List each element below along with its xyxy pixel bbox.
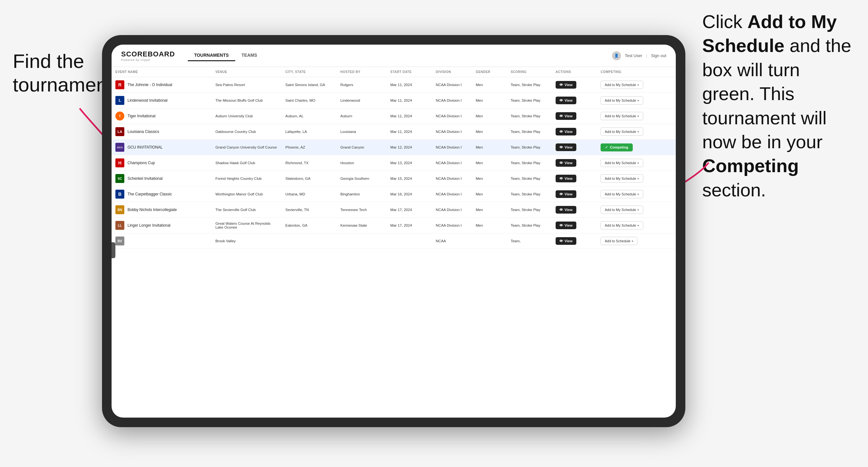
team-logo: L [115,96,124,105]
td-hosted-by: Houston [337,155,387,171]
td-hosted-by: Kennesaw State [337,218,387,234]
td-actions: 👁 View [552,218,597,234]
td-event-name: BV [112,234,212,249]
td-hosted-by: Binghamton [337,186,387,202]
team-logo: LL [115,221,124,230]
td-venue: Oakbourne Country Club [212,124,282,139]
td-event-name: T Tiger Invitational [112,108,212,124]
view-button[interactable]: 👁 View [556,206,576,214]
td-venue: Brook Valley [212,234,282,249]
event-name-cell: SC Schenkel Invitational [115,174,208,183]
table-row: GCU GCU INVITATIONAL Grand Canyon Univer… [112,139,676,155]
td-actions: 👁 View [552,124,597,139]
nav-teams[interactable]: TEAMS [235,50,264,61]
view-button[interactable]: 👁 View [556,159,576,167]
eye-icon: 👁 [559,208,563,212]
view-button[interactable]: 👁 View [556,128,576,135]
td-actions: 👁 View [552,202,597,218]
td-hosted-by: Georgia Southern [337,171,387,186]
td-gender: Men [472,155,506,171]
nav-links: TOURNAMENTS TEAMS [188,50,264,61]
td-scoring: Team, Stroke Play [507,171,552,186]
td-scoring: Team, Stroke Play [507,155,552,171]
td-start-date: Mar 11, 2024 [387,124,432,139]
sign-out-link[interactable]: Sign out [651,53,666,58]
td-division: NCAA Division I [432,171,472,186]
add-to-schedule-button[interactable]: Add to My Schedule + [600,127,643,136]
nav-tournaments[interactable]: TOURNAMENTS [188,50,235,61]
view-button[interactable]: 👁 View [556,81,576,89]
td-gender: Men [472,108,506,124]
td-division: NCAA Division I [432,202,472,218]
td-venue: Auburn University Club [212,108,282,124]
td-start-date: Mar 15, 2024 [387,171,432,186]
td-hosted-by: Auburn [337,108,387,124]
event-name-text: GCU INVITATIONAL [127,145,162,150]
td-competing: Add to My Schedule + [597,186,676,202]
user-name: Test User [625,53,642,58]
view-button[interactable]: 👁 View [556,112,576,120]
view-button[interactable]: 👁 View [556,237,576,245]
add-to-schedule-button[interactable]: Add to My Schedule + [600,112,643,120]
th-scoring: SCORING [507,67,552,77]
th-event-name: EVENT NAME [112,67,212,77]
td-actions: 👁 View [552,93,597,108]
event-name-cell: B The Carpetbagger Classic [115,190,208,198]
td-actions: 👁 View [552,139,597,155]
td-actions: 👁 View [552,155,597,171]
td-city-state: Auburn, AL [281,108,337,124]
event-name-text: Schenkel Invitational [127,176,162,181]
td-start-date: Mar 12, 2024 [387,139,432,155]
table-header-row: EVENT NAME VENUE CITY, STATE HOSTED BY S… [112,67,676,77]
td-venue: Grand Canyon University Golf Course [212,139,282,155]
eye-icon: 👁 [559,145,563,149]
td-division: NCAA Division I [432,124,472,139]
th-competing: COMPETING [597,67,676,77]
add-to-schedule-button[interactable]: Add to My Schedule + [600,159,643,167]
view-button[interactable]: 👁 View [556,97,576,104]
add-to-schedule-button[interactable]: Add to My Schedule + [600,96,643,104]
event-name-text: Lindenwood Invitational [127,98,167,103]
table-row: R The Johnnie - O Individual Sea Palms R… [112,77,676,93]
event-name-cell: LA Louisiana Classics [115,127,208,136]
td-city-state: Richmond, TX [281,155,337,171]
td-start-date: Mar 11, 2024 [387,77,432,93]
td-actions: 👁 View [552,108,597,124]
team-logo: R [115,80,124,89]
add-to-schedule-button[interactable]: Add to My Schedule + [600,175,643,183]
td-gender: Men [472,77,506,93]
td-venue: Worthington Manor Golf Club [212,186,282,202]
td-gender: Men [472,139,506,155]
view-button[interactable]: 👁 View [556,144,576,151]
table-body: R The Johnnie - O Individual Sea Palms R… [112,77,676,249]
add-to-schedule-button[interactable]: Add to Schedule + [600,237,638,245]
add-to-schedule-button[interactable]: Add to My Schedule + [600,221,643,229]
event-name-text: Tiger Invitational [127,114,156,118]
team-logo: SC [115,174,124,183]
table-row: T Tiger Invitational Auburn University C… [112,108,676,124]
eye-icon: 👁 [559,161,563,165]
td-competing: Competing [597,139,676,155]
td-scoring: Team, [507,234,552,249]
table-row: LA Louisiana Classics Oakbourne Country … [112,124,676,139]
add-to-schedule-button[interactable]: Add to My Schedule + [600,81,643,89]
td-start-date: Mar 17, 2024 [387,202,432,218]
event-name-text: Champions Cup [127,161,155,165]
event-name-text: The Carpetbagger Classic [127,192,172,196]
eye-icon: 👁 [559,239,563,243]
add-to-schedule-button[interactable]: Add to My Schedule + [600,206,643,214]
add-to-schedule-button[interactable]: Add to My Schedule + [600,190,643,198]
td-city-state [281,234,337,249]
td-event-name: GCU GCU INVITATIONAL [112,139,212,155]
view-button[interactable]: 👁 View [556,175,576,182]
view-button[interactable]: 👁 View [556,222,576,229]
sidebar-toggle[interactable] [112,242,115,258]
td-competing: Add to My Schedule + [597,155,676,171]
td-event-name: BN Bobby Nichols Intercollegiate [112,202,212,218]
competing-button[interactable]: Competing [600,144,632,151]
view-button[interactable]: 👁 View [556,190,576,198]
team-logo: H [115,158,124,167]
td-city-state: Sevierville, TN [281,202,337,218]
td-hosted-by: Rutgers [337,77,387,93]
navbar: SCOREBOARD Powered by clippd TOURNAMENTS… [112,44,676,67]
